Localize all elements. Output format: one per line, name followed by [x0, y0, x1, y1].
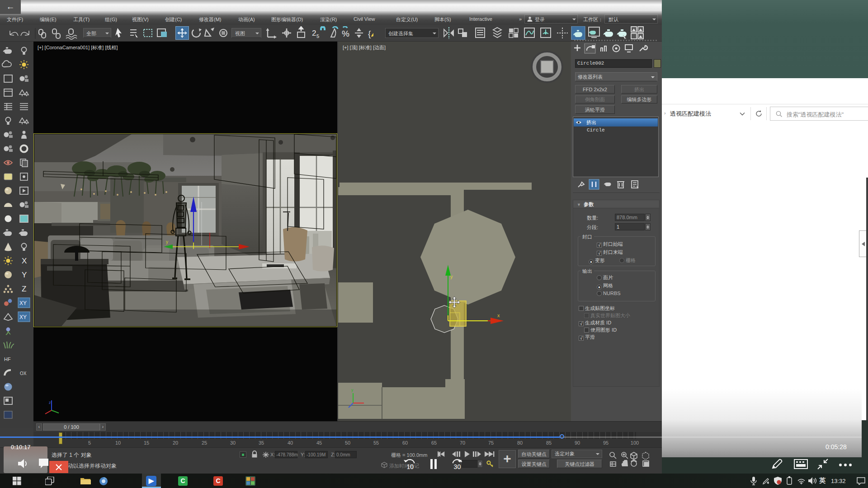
- svg-text:Y: Y: [22, 271, 27, 279]
- svg-text:x: x: [497, 313, 500, 318]
- svg-text:%: %: [342, 29, 349, 38]
- svg-text:XY: XY: [19, 300, 27, 306]
- svg-text:X: X: [22, 257, 27, 265]
- svg-text:OX: OX: [20, 371, 27, 376]
- svg-text:Z: Z: [22, 285, 26, 293]
- svg-text:30: 30: [454, 463, 461, 470]
- svg-text:2: 2: [312, 29, 316, 38]
- svg-text:y: y: [450, 274, 453, 279]
- svg-text:10: 10: [407, 463, 414, 470]
- svg-text:z: z: [49, 400, 51, 405]
- svg-text:XY: XY: [19, 314, 27, 320]
- svg-text:HF: HF: [4, 357, 11, 362]
- svg-text:5: 5: [316, 33, 319, 39]
- svg-text:y: y: [351, 388, 354, 392]
- svg-text:{: {: [368, 29, 371, 38]
